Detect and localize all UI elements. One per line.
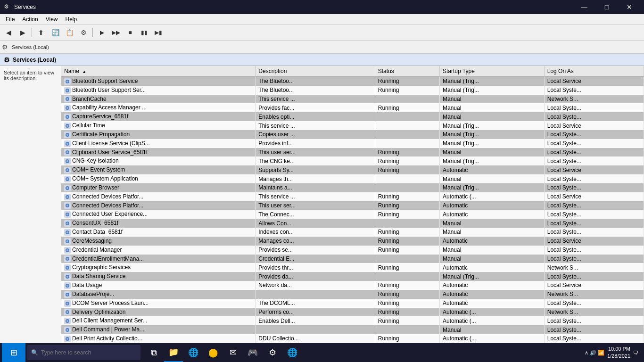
table-row[interactable]: CNG Key IsolationThe CNG ke...RunningMan… xyxy=(61,156,644,165)
toolbar-export[interactable]: 📋 xyxy=(63,26,76,39)
table-row[interactable]: Computer BrowserMaintains a...Manual (Tr… xyxy=(61,183,644,192)
minimize-button[interactable]: — xyxy=(573,0,595,14)
table-row[interactable]: Cellular TimeThis service ...Manual (Tri… xyxy=(61,121,644,130)
toolbar-up[interactable]: ⬆ xyxy=(34,26,48,39)
col-header-startup[interactable]: Startup Type xyxy=(440,66,545,77)
table-row[interactable]: Contact Data_6581fIndexes con...RunningM… xyxy=(61,228,644,237)
maximize-button[interactable]: □ xyxy=(596,0,618,14)
service-status: Running xyxy=(375,86,439,95)
table-row[interactable]: DCOM Server Process Laun...The DCOML...R… xyxy=(61,299,644,308)
table-row[interactable]: CaptureService_6581fEnables opti...Manua… xyxy=(61,112,644,121)
svg-point-14 xyxy=(66,116,68,118)
toolbar-play[interactable]: ▶ xyxy=(95,26,108,39)
svg-point-5 xyxy=(66,90,68,91)
table-row[interactable]: Connected User Experience...The Connec..… xyxy=(61,210,644,219)
table-row[interactable]: CredentialEnrollmentMana...Credential E.… xyxy=(61,255,644,263)
service-description: The CNG ke... xyxy=(256,156,375,165)
table-header-row: Name ▲ Description Status Startup Type L… xyxy=(61,66,644,77)
toolbar-skip[interactable]: ▶▶ xyxy=(109,26,123,39)
taskbar-edge[interactable]: 🌐 xyxy=(184,343,203,362)
service-description: Performs co... xyxy=(256,308,375,317)
service-logon: Network S... xyxy=(544,290,644,299)
toolbar-pause[interactable]: ▮▮ xyxy=(138,26,151,39)
table-row[interactable]: Connected Devices Platfor...This service… xyxy=(61,192,644,201)
taskbar-search[interactable]: 🔍 xyxy=(27,345,140,360)
table-row[interactable]: BranchCacheThis service ...ManualNetwork… xyxy=(61,95,644,104)
table-row[interactable]: Cryptographic ServicesProvides thr...Run… xyxy=(61,263,644,272)
col-header-logon[interactable]: Log On As xyxy=(544,66,644,77)
table-row[interactable]: Client License Service (ClipS...Provides… xyxy=(61,139,644,148)
toolbar-properties[interactable]: ⚙ xyxy=(77,26,90,39)
table-row[interactable]: Data Sharing ServiceProvides da...Manual… xyxy=(61,272,644,281)
service-name: Data Sharing Service xyxy=(61,272,256,281)
col-header-status[interactable]: Status xyxy=(375,66,439,77)
toolbar-forward[interactable]: ▶ xyxy=(16,26,29,39)
start-button[interactable]: ⊞ xyxy=(2,343,25,362)
menu-view[interactable]: View xyxy=(42,15,62,24)
taskbar-settings[interactable]: ⚙ xyxy=(263,343,282,362)
table-row[interactable]: ConsentUX_6581fAllows Con...ManualLocal … xyxy=(61,219,644,228)
table-row[interactable]: Dell Command | Power Ma...ManualLocal Sy… xyxy=(61,325,644,334)
service-logon: Local Syste... xyxy=(544,86,644,95)
col-header-description[interactable]: Description xyxy=(256,66,375,77)
toolbar-restart[interactable]: ▶▮ xyxy=(152,26,165,39)
search-input[interactable] xyxy=(41,349,137,356)
table-row[interactable]: Clipboard User Service_6581fThis user se… xyxy=(61,148,644,157)
svg-point-59 xyxy=(66,249,68,251)
table-scroll[interactable]: Name ▲ Description Status Startup Type L… xyxy=(61,66,644,343)
service-startup: Manual xyxy=(440,112,545,121)
service-description: Manages th... xyxy=(256,174,375,183)
service-logon: Local Syste... xyxy=(544,255,644,263)
taskbar-task-view[interactable]: ⧉ xyxy=(144,343,163,362)
col-header-name[interactable]: Name ▲ xyxy=(61,66,256,77)
services-panel: Select an item to view its description. … xyxy=(0,66,644,343)
notification-icon[interactable]: 🗨 xyxy=(633,350,638,355)
table-row[interactable]: Credential ManagerProvides se...RunningM… xyxy=(61,246,644,255)
toolbar-stop[interactable]: ■ xyxy=(124,26,137,39)
table-row[interactable]: Bluetooth Support ServiceThe Bluetoo...R… xyxy=(61,77,644,86)
start-icon: ⊞ xyxy=(10,347,17,358)
menu-help[interactable]: Help xyxy=(62,15,81,24)
window-title: Services xyxy=(14,4,573,10)
taskbar-app1[interactable]: 🎮 xyxy=(243,343,262,362)
table-row[interactable]: Connected Devices Platfor...This user se… xyxy=(61,201,644,210)
service-logon: Local Syste... xyxy=(544,139,644,148)
menu-action[interactable]: Action xyxy=(18,15,41,24)
table-row[interactable]: Capability Access Manager ...Provides fa… xyxy=(61,103,644,112)
svg-point-41 xyxy=(66,196,68,198)
table-row[interactable]: COM+ System ApplicationManages th...Manu… xyxy=(61,174,644,183)
service-description: Provides se... xyxy=(256,246,375,255)
toolbar-back[interactable]: ◀ xyxy=(2,26,15,39)
service-status: Running xyxy=(375,281,439,290)
table-row[interactable]: Dell Print Activity Collectio...DDU Coll… xyxy=(61,334,644,343)
taskbar-mail[interactable]: ✉ xyxy=(223,343,242,362)
service-startup: Automatic (... xyxy=(440,308,545,317)
taskbar-ie[interactable]: 🌐 xyxy=(283,343,302,362)
table-row[interactable]: DatabaseProje...RunningAutomaticNetwork … xyxy=(61,290,644,299)
taskbar-tray: ∧ 🔊 📶 10:00 PM 1/28/2021 🗨 xyxy=(581,346,642,360)
menu-file[interactable]: File xyxy=(2,15,18,24)
table-row[interactable]: COM+ Event SystemSupports Sy...RunningAu… xyxy=(61,165,644,174)
service-startup: Automatic xyxy=(440,237,545,246)
taskbar-chrome[interactable]: ⬤ xyxy=(204,343,223,362)
table-row[interactable]: Data UsageNetwork da...RunningAutomaticL… xyxy=(61,281,644,290)
content-area: ⚙ Services (Local) Select an item to vie… xyxy=(0,54,644,354)
close-button[interactable]: ✕ xyxy=(619,0,640,14)
table-row[interactable]: Certificate PropagationCopies user ...Ma… xyxy=(61,130,644,139)
table-row[interactable]: CoreMessagingManages co...RunningAutomat… xyxy=(61,237,644,246)
service-description: Provides fac... xyxy=(256,103,375,112)
table-row[interactable]: Bluetooth User Support Ser...The Bluetoo… xyxy=(61,86,644,95)
service-logon: Local Service xyxy=(544,165,644,174)
table-row[interactable]: Delivery OptimizationPerforms co...Runni… xyxy=(61,308,644,317)
service-startup: Automatic xyxy=(440,263,545,272)
toolbar-refresh[interactable]: 🔄 xyxy=(49,26,62,39)
service-name: Delivery Optimization xyxy=(61,308,256,317)
service-status: Running xyxy=(375,210,439,219)
service-status xyxy=(375,130,439,139)
service-logon: Local Syste... xyxy=(544,272,644,281)
service-logon: Local Syste... xyxy=(544,334,644,343)
table-row[interactable]: Dell Client Management Ser...Enables Del… xyxy=(61,316,644,325)
taskbar-file-explorer[interactable]: 📁 xyxy=(164,343,183,362)
service-description xyxy=(256,325,375,334)
service-startup: Automatic xyxy=(440,290,545,299)
